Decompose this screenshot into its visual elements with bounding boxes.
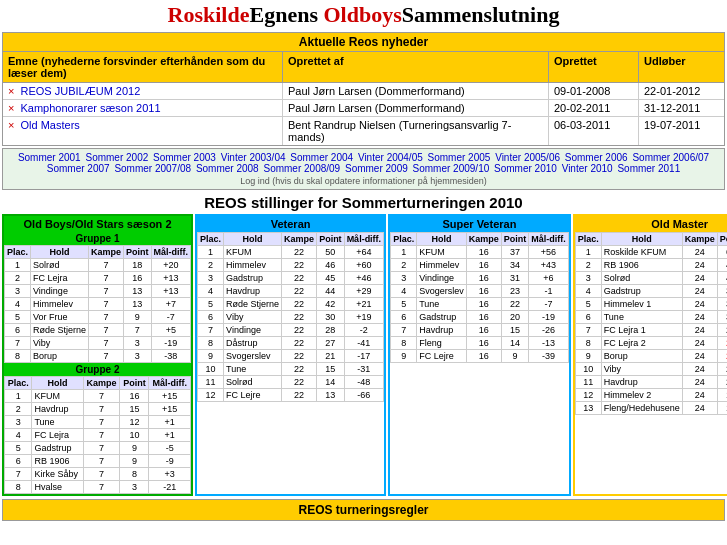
year-link[interactable]: Sommer 2011 [617, 163, 680, 174]
super-veteran-table: Plac. Hold Kampe Point Mål-diff. 1 KFUM … [390, 232, 569, 363]
kampe-cell: 16 [466, 298, 501, 311]
table-row: 6 Tune 24 32 -8 [575, 311, 727, 324]
news-oprettet: 09-01-2008 [549, 83, 639, 99]
hold-cell: Havdrup [601, 376, 682, 389]
kampe-cell: 16 [466, 259, 501, 272]
table-row: 5 Røde Stjerne 22 42 +21 [198, 298, 384, 311]
year-link[interactable]: Vinter 2003/04 [221, 152, 286, 163]
hold-cell: Borup [31, 350, 89, 363]
table-row: 12 Himmelev 2 24 19 -44 [575, 389, 727, 402]
maal-cell: +15 [149, 390, 191, 403]
th-hold: Hold [31, 246, 89, 259]
year-link[interactable]: Sommer 2006 [565, 152, 628, 163]
year-link[interactable]: Sommer 2006/07 [632, 152, 709, 163]
point-cell: 13 [317, 389, 345, 402]
table-row: 8 Hvalse 7 3 -21 [5, 481, 191, 494]
hold-cell: RB 1906 [32, 455, 83, 468]
plac-cell: 3 [391, 272, 417, 285]
login-note[interactable]: Log ind (hvis du skal opdatere informati… [8, 176, 719, 186]
close-icon[interactable]: × [8, 119, 14, 131]
hold-cell: Himmelev 2 [601, 389, 682, 402]
table-row: 7 Viby 7 3 -19 [5, 337, 191, 350]
close-icon[interactable]: × [8, 102, 14, 114]
footer-link[interactable]: REOS turneringsregler [298, 503, 428, 517]
year-link[interactable]: Vinter 2005/06 [495, 152, 560, 163]
year-link[interactable]: Sommer 2009/10 [413, 163, 490, 174]
plac-cell: 2 [198, 259, 224, 272]
table-row: 7 FC Lejra 1 24 24 -30 [575, 324, 727, 337]
plac-cell: 6 [198, 311, 224, 324]
year-link[interactable]: Sommer 2009 [345, 163, 408, 174]
point-cell: 19 [717, 389, 727, 402]
table-row: 1 Solrød 7 18 +20 [5, 259, 191, 272]
plac-cell: 7 [575, 324, 601, 337]
maal-cell: -66 [344, 389, 384, 402]
maal-cell: +1 [149, 416, 191, 429]
table-row: 7 Vindinge 22 28 -2 [198, 324, 384, 337]
maal-cell: +19 [344, 311, 384, 324]
maal-cell: +7 [151, 298, 191, 311]
hold-cell: Solrød [601, 272, 682, 285]
year-link[interactable]: Vinter 2004/05 [358, 152, 423, 163]
news-link[interactable]: Old Masters [21, 119, 80, 131]
hold-cell: Roskilde KFUM [601, 246, 682, 259]
maal-cell: +1 [149, 429, 191, 442]
year-link[interactable]: Sommer 2005 [428, 152, 491, 163]
gruppe1-table: Plac. Hold Kampe Point Mål-diff. 1 Solrø… [4, 245, 191, 363]
news-link[interactable]: REOS JUBILÆUM 2012 [21, 85, 141, 97]
plac-cell: 8 [391, 337, 417, 350]
maal-cell: -17 [344, 350, 384, 363]
plac-cell: 11 [575, 376, 601, 389]
table-row: 3 Vindinge 16 31 +6 [391, 272, 569, 285]
point-cell: 28 [317, 324, 345, 337]
year-link[interactable]: Sommer 2001 [18, 152, 81, 163]
hold-cell: Gadstrup [417, 311, 467, 324]
th-v-plac: Plac. [198, 233, 224, 246]
point-cell: 37 [501, 246, 529, 259]
plac-cell: 6 [5, 324, 31, 337]
year-link[interactable]: Sommer 2007/08 [114, 163, 191, 174]
table-row: 9 Borup 24 26 -29 [575, 350, 727, 363]
point-cell: 16 [120, 390, 149, 403]
hold-cell: Fleng [417, 337, 467, 350]
gruppe1-header: Gruppe 1 [4, 232, 191, 245]
maal-cell: +60 [344, 259, 384, 272]
table-row: 5 Himmelev 1 24 35 +6 [575, 298, 727, 311]
table-row: 1 KFUM 22 50 +64 [198, 246, 384, 259]
news-link[interactable]: Kamphonorarer sæson 2011 [21, 102, 161, 114]
year-nav: Sommer 2001 Sommer 2002 Sommer 2003 Vint… [2, 148, 725, 190]
year-link[interactable]: Sommer 2008 [196, 163, 259, 174]
year-link[interactable]: Sommer 2002 [85, 152, 148, 163]
year-link[interactable]: Sommer 2004 [290, 152, 353, 163]
hold-cell: Viby [31, 337, 89, 350]
year-link[interactable]: Vinter 2010 [562, 163, 613, 174]
kampe-cell: 16 [466, 350, 501, 363]
hold-cell: Himmelev [224, 259, 282, 272]
table-row: 11 Solrød 22 14 -48 [198, 376, 384, 389]
year-links[interactable]: Sommer 2001 Sommer 2002 Sommer 2003 Vint… [17, 152, 710, 174]
point-cell: 50 [317, 246, 345, 259]
close-icon[interactable]: × [8, 85, 14, 97]
hold-cell: Tune [224, 363, 282, 376]
point-cell: 26 [717, 350, 727, 363]
kampe-cell: 7 [83, 481, 120, 494]
footer[interactable]: REOS turneringsregler [2, 499, 725, 521]
year-link[interactable]: Sommer 2003 [153, 152, 216, 163]
kampe-cell: 16 [466, 285, 501, 298]
maal-cell: +6 [529, 272, 569, 285]
plac-cell: 6 [575, 311, 601, 324]
hold-cell: FC Lejre [417, 350, 467, 363]
col-emne-header: Emne (nyhederne forsvinder efterhånden s… [3, 52, 283, 82]
old-master-table: Plac. Hold Kampe Point Mål-diff. 1 Roski… [575, 232, 727, 415]
th-sv-maal: Mål-diff. [529, 233, 569, 246]
news-section-title: Aktuelle Reos nyheder [3, 33, 724, 52]
year-link[interactable]: Sommer 2010 [494, 163, 557, 174]
maal-cell: -5 [149, 442, 191, 455]
year-link[interactable]: Sommer 2008/09 [263, 163, 340, 174]
kampe-cell: 22 [282, 324, 317, 337]
year-link[interactable]: Sommer 2007 [47, 163, 110, 174]
th-maal2: Mål-diff. [149, 377, 191, 390]
maal-cell: +46 [344, 272, 384, 285]
point-cell: 45 [317, 272, 345, 285]
maal-cell: -7 [529, 298, 569, 311]
